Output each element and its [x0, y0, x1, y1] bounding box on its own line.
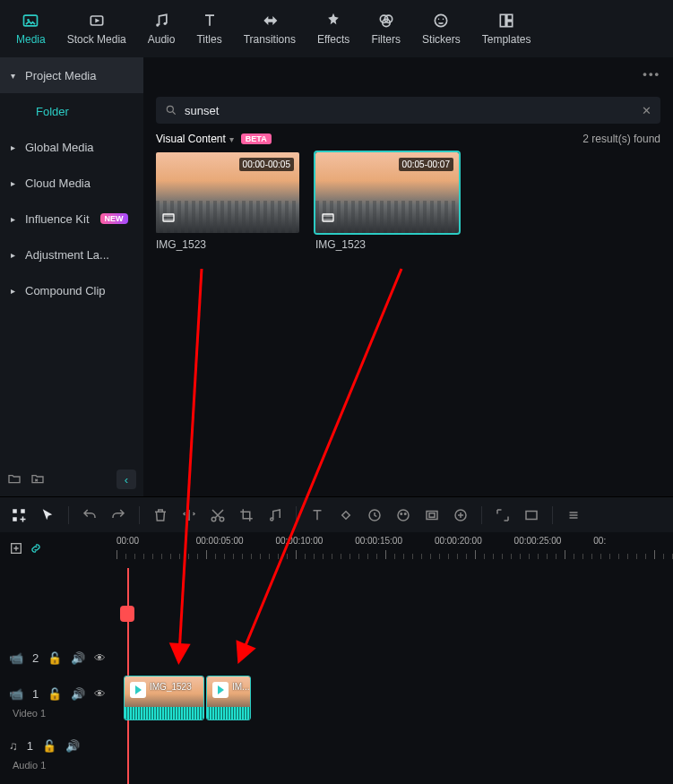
results-header-label: Visual Content [156, 133, 226, 145]
tab-audio[interactable]: Audio [137, 12, 186, 46]
lock-icon[interactable]: 🔓 [47, 687, 62, 701]
search-box[interactable]: ✕ [156, 97, 660, 124]
cut-icon[interactable] [210, 507, 226, 523]
render-icon[interactable] [523, 507, 539, 523]
effects-icon [324, 12, 342, 30]
marker-icon[interactable] [453, 507, 469, 523]
svg-rect-20 [13, 517, 17, 521]
ruler-time: 00:00:20:00 [435, 536, 514, 546]
video-track-icon: 📹 [9, 687, 23, 701]
svg-marker-3 [95, 19, 99, 23]
sidebar-label: Global Media [25, 141, 94, 154]
expand-icon[interactable] [495, 507, 511, 523]
apps-icon[interactable] [11, 507, 27, 523]
tab-label: Filters [371, 33, 401, 46]
cursor-icon[interactable] [39, 507, 56, 523]
clip-label: IMG_1523 [150, 682, 192, 692]
track-number: 1 [32, 687, 39, 701]
tab-label: Transitions [244, 33, 296, 46]
tab-stickers[interactable]: Stickers [411, 12, 471, 46]
visibility-icon[interactable]: 👁 [94, 687, 106, 701]
track-head-video1[interactable]: 📹 1 🔓 🔊 👁 [0, 676, 116, 711]
sidebar-label: Project Media [25, 69, 96, 82]
collapse-sidebar-button[interactable]: ‹ [116, 470, 136, 489]
search-input[interactable] [185, 104, 634, 117]
tab-media[interactable]: Media [5, 12, 56, 46]
results-dropdown-icon[interactable]: ▾ [229, 134, 234, 144]
media-thumb[interactable]: 00:05-00:07 IMG_1523 [315, 152, 459, 251]
sidebar-item-influence-kit[interactable]: ▸ Influence Kit NEW [0, 201, 143, 237]
sidebar-item-folder[interactable]: Folder [0, 93, 143, 129]
delete-icon[interactable] [152, 507, 168, 523]
undo-icon[interactable] [82, 507, 98, 523]
sidebar-item-compound-clip[interactable]: ▸ Compound Clip [0, 272, 143, 308]
audio-edit-icon[interactable] [267, 507, 283, 523]
templates-icon [497, 12, 515, 30]
tab-stock-media[interactable]: Stock Media [56, 12, 137, 46]
mute-icon[interactable]: 🔊 [65, 739, 80, 753]
chevron-right-icon: ▸ [11, 142, 18, 152]
keyframe-icon[interactable] [338, 507, 354, 523]
lock-icon[interactable]: 🔓 [42, 739, 56, 753]
mute-icon[interactable]: 🔊 [71, 687, 85, 701]
crop-icon[interactable] [238, 507, 255, 523]
svg-rect-29 [427, 511, 437, 519]
svg-rect-16 [163, 214, 174, 221]
clear-search-icon[interactable]: ✕ [642, 104, 651, 117]
chevron-down-icon: ▾ [11, 71, 18, 81]
lock-icon[interactable]: 🔓 [47, 651, 62, 665]
media-thumb[interactable]: 00:00-00:05 IMG_1523 [156, 152, 299, 251]
ruler-time: 00:00:05:00 [196, 536, 276, 546]
tab-label: Audio [148, 33, 176, 46]
track-area[interactable]: IMG_1523 IM... [116, 568, 673, 784]
redo-icon[interactable] [110, 507, 126, 523]
svg-point-4 [156, 23, 159, 26]
split-icon[interactable] [181, 507, 197, 523]
ruler-time: 00:00 [116, 536, 196, 546]
svg-rect-0 [24, 15, 38, 26]
ruler-time: 00:00:10:00 [275, 536, 355, 546]
new-badge: NEW [100, 213, 128, 224]
tab-label: Templates [482, 33, 531, 46]
delete-folder-icon[interactable] [30, 471, 45, 488]
tab-templates[interactable]: Templates [471, 12, 542, 46]
tab-titles[interactable]: Titles [186, 12, 232, 46]
add-track-icon[interactable] [9, 541, 23, 559]
sidebar-item-adjustment-layer[interactable]: ▸ Adjustment La... [0, 237, 143, 272]
sidebar-item-cloud-media[interactable]: ▸ Cloud Media [0, 165, 143, 201]
track-label: Video 1 [0, 708, 116, 719]
sidebar-item-project-media[interactable]: ▾ Project Media [0, 57, 143, 93]
link-icon[interactable] [29, 541, 43, 559]
playhead-flag[interactable] [120, 606, 134, 622]
stickers-icon [432, 12, 450, 30]
title-icon[interactable] [309, 507, 325, 523]
mask-icon[interactable] [424, 507, 440, 523]
cloud-icon [88, 12, 106, 30]
beta-badge: BETA [241, 134, 272, 144]
new-folder-icon[interactable] [7, 471, 22, 488]
svg-rect-17 [323, 214, 333, 221]
svg-point-11 [443, 19, 444, 21]
tab-transitions[interactable]: Transitions [233, 12, 306, 46]
svg-rect-19 [21, 509, 25, 513]
svg-rect-24 [342, 511, 349, 518]
track-head-audio1[interactable]: ♫ 1 🔓 🔊 [0, 728, 116, 763]
timeline-ruler[interactable]: 00:0000:00:05:0000:00:10:0000:00:15:0000… [50, 532, 673, 568]
tab-effects[interactable]: Effects [306, 12, 360, 46]
settings-icon[interactable] [565, 507, 582, 523]
thumb-time: 00:00-00:05 [239, 158, 294, 171]
video-track-icon: 📹 [9, 651, 23, 665]
sidebar-item-global-media[interactable]: ▸ Global Media [0, 129, 143, 165]
timeline-clip[interactable]: IM... [206, 676, 251, 720]
timeline-clip[interactable]: IMG_1523 [124, 676, 204, 720]
color-icon[interactable] [395, 507, 411, 523]
svg-rect-14 [507, 22, 513, 27]
mute-icon[interactable]: 🔊 [71, 651, 85, 665]
track-head-video2[interactable]: 📹 2 🔓 🔊 👁 [0, 640, 116, 676]
svg-rect-13 [507, 14, 513, 20]
speed-icon[interactable] [367, 507, 383, 523]
track-number: 1 [27, 739, 33, 753]
visibility-icon[interactable]: 👁 [94, 651, 106, 665]
tab-filters[interactable]: Filters [360, 12, 411, 46]
more-options-icon[interactable]: ••• [643, 67, 660, 81]
